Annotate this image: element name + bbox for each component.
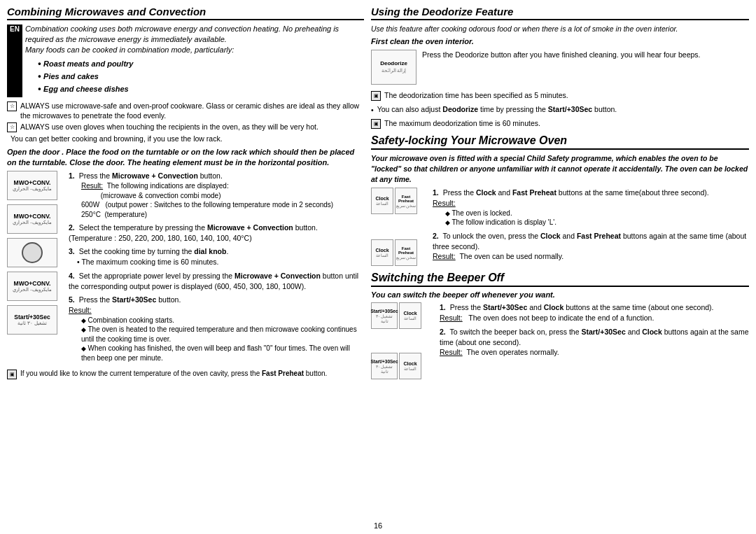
diagram-step4: MWO+CONV. مايكرويف- الحراري xyxy=(7,272,57,301)
note-icon-1: ☆ xyxy=(7,101,17,111)
bullet-list: Roast meats and poultry Pies and cakes E… xyxy=(38,57,364,96)
left-column: Combining Microwaves and Convection EN C… xyxy=(7,6,364,519)
beeper-diagram-1: Start/+30Sec تشغيل ٣٠ ثانية Clock الساعة xyxy=(371,302,434,329)
step-num-3: 3. xyxy=(69,247,75,255)
safety-step2-result-text: The oven can be used normally. xyxy=(459,252,564,260)
safety-diamond-2: The follow indication is display 'L'. xyxy=(445,218,749,227)
safety-section: Safety-locking Your Microwave Oven Your … xyxy=(371,134,749,266)
beeper-intro: You can switch the beeper off whenever y… xyxy=(371,290,749,299)
deodorize-note-3: ▣ The maximum deodorization time is 60 m… xyxy=(371,118,749,129)
deodorize-title: Using the Deodorize Feature xyxy=(371,6,749,20)
beeper-start-btn-2: Start/+30Sec تشغيل ٣٠ ثانية xyxy=(371,353,398,379)
en-badge: EN xyxy=(7,24,22,97)
safety-diamond-1: The oven is locked. xyxy=(445,209,749,218)
step-num-4: 4. xyxy=(69,272,75,280)
dial-circle xyxy=(22,242,43,263)
safety-steps-text: 1. Press the Clock and Fast Preheat butt… xyxy=(433,188,749,266)
deodorize-section: Using the Deodorize Feature Use this fea… xyxy=(371,6,749,129)
fast-preheat-btn-2: Fast Preheat سخن سريع xyxy=(395,239,417,266)
deodorize-btn-label: Deodorize xyxy=(380,60,407,66)
start-arabic-2: تشغيل ٣٠ ثانية xyxy=(372,364,397,374)
intro-text: Combination cooking uses both microwave … xyxy=(25,24,364,45)
beeper-step2-result: The oven operates normally. xyxy=(466,348,559,356)
step-num-1: 1. xyxy=(69,171,75,180)
deodorize-note-2: • You can also adjust Deodorize time by … xyxy=(371,104,749,115)
note-cookware: ☆ ALWAYS use microwave-safe and oven-pro… xyxy=(7,101,364,120)
diagram-top-1: MWO+CONV. xyxy=(14,179,51,186)
page-number: 16 xyxy=(7,521,749,530)
clock-btn-1: Clock الساعة xyxy=(371,188,393,214)
start-label-2: Start/+30Sec xyxy=(370,359,398,364)
beeper-diagram-2: Start/+30Sec تشغيل ٣٠ ثانية Clock الساعة xyxy=(371,353,434,379)
note-rack-text: You can get better cooking and browning,… xyxy=(10,134,223,143)
bottom-note: ▣ If you would like to know the current … xyxy=(7,369,364,379)
clock-label-2: Clock xyxy=(375,248,388,253)
foods-intro: Many foods can be cooked in combination … xyxy=(25,45,364,55)
deodorize-note-1: ▣ The deodorization time has been specif… xyxy=(371,90,749,101)
safety-steps: Clock الساعة Fast Preheat سخن سريع Cl xyxy=(371,188,749,266)
bottom-note-text: If you would like to know the current te… xyxy=(20,369,327,379)
beeper-clock-btn-2: Clock الساعة xyxy=(399,353,421,379)
deodorize-btn-arabic: إزالة الرائحة xyxy=(382,68,407,73)
beeper-step-num-1: 1. xyxy=(440,303,446,311)
deodorize-note-text-3: The maximum deodorization time is 60 min… xyxy=(384,118,540,129)
diagram-bot-1: مايكرويف- الحراري xyxy=(13,186,51,192)
beeper-clock-label-2: Clock xyxy=(403,361,416,366)
fast-preheat-label-1: Fast Preheat xyxy=(396,195,416,203)
deodorize-first-clean: First clean the oven interior. xyxy=(371,37,749,45)
list-item: Pies and cakes xyxy=(38,70,364,83)
start-arabic-1: تشغيل ٣٠ ثانية xyxy=(372,314,397,323)
step-num-5: 5. xyxy=(69,295,75,304)
beeper-intro-text: You can switch the beeper off whenever y… xyxy=(371,290,555,299)
fast-preheat-arabic-1: سخن سريع xyxy=(396,203,416,208)
beeper-steps-layout: Start/+30Sec تشغيل ٣٠ ثانية Clock الساعة xyxy=(371,302,749,379)
right-column: Using the Deodorize Feature Use this fea… xyxy=(371,6,749,519)
safety-step-1: 1. Press the Clock and Fast Preheat butt… xyxy=(433,188,749,227)
beeper-clock-arabic-2: الساعة xyxy=(404,366,416,371)
result-label-1: Result: xyxy=(81,182,103,190)
safety-title: Safety-locking Your Microwave Oven xyxy=(371,134,749,150)
safety-step1-result: The oven is locked. The follow indicatio… xyxy=(445,209,749,227)
beeper-step-1: 1. Press the Start/+30Sec and Clock butt… xyxy=(440,302,749,323)
clock-arabic-2: الساعة xyxy=(376,253,388,258)
left-section-title: Combining Microwaves and Convection xyxy=(7,6,364,20)
step-5: 5. Press the Start/+30Sec button. Result… xyxy=(69,295,364,363)
open-door-text: Open the door . Place the food on the tu… xyxy=(7,147,364,169)
deodorize-note-icon-1: ▣ xyxy=(371,91,381,101)
diagram-bot-4: مايكرويف- الحراري xyxy=(13,287,51,293)
clock-btn-2: Clock الساعة xyxy=(371,239,393,266)
diagram-top-4: MWO+CONV. xyxy=(14,280,51,287)
note-gloves: ☆ ALWAYS use oven gloves when touching t… xyxy=(7,122,364,132)
steps-content: 1. Press the Microwave + Convection butt… xyxy=(69,171,364,366)
beeper-title: Switching the Beeper Off xyxy=(371,272,749,287)
list-item: Egg and cheese dishes xyxy=(38,83,364,95)
safety-step-num-1: 1. xyxy=(433,188,439,197)
safety-step-num-2: 2. xyxy=(433,232,439,240)
safety-diagrams: Clock الساعة Fast Preheat سخن سريع Cl xyxy=(371,188,427,266)
diagram-step1: MWO+CONV. مايكرويف- الحراري xyxy=(7,171,57,200)
safety-step-2: 2. To unlock the oven, press the Clock a… xyxy=(433,231,749,262)
beeper-clock-label-1: Clock xyxy=(403,311,416,316)
deodorize-note-icon-3: ▣ xyxy=(371,119,381,129)
beeper-start-btn-1: Start/+30Sec تشغيل ٣٠ ثانية xyxy=(371,302,398,329)
step-3: 3. Set the cooking time by turning the d… xyxy=(69,246,364,267)
fast-preheat-label-2: Fast Preheat xyxy=(396,246,416,255)
deodorize-note-text-1: The deodorization time has been specifie… xyxy=(384,90,568,101)
note-gloves-text: ALWAYS use oven gloves when touching the… xyxy=(20,122,318,132)
steps-section: MWO+CONV. مايكرويف- الحراري MWO+CONV. ما… xyxy=(7,171,364,366)
list-item: Roast meats and poultry xyxy=(38,57,364,70)
diagram-step2: MWO+CONV. مايكرويف- الحراري xyxy=(7,204,57,234)
result-label-5: Result: xyxy=(69,306,92,314)
beeper-steps-text: 1. Press the Start/+30Sec and Clock butt… xyxy=(440,302,749,379)
diagram-bot-2: مايكرويف- الحراري xyxy=(13,220,51,225)
deodorize-bullet-2: • xyxy=(371,105,374,115)
fast-preheat-btn-1: Fast Preheat سخن سريع xyxy=(395,188,417,214)
diagram-top-2: MWO+CONV. xyxy=(14,213,51,220)
start-label-1: Start/+30Sec xyxy=(370,309,398,314)
note-icon-2: ☆ xyxy=(7,122,17,132)
safety-result-label-1: Result: xyxy=(433,199,456,207)
beeper-step-2: 2. To switch the beeper back on, press t… xyxy=(440,327,749,358)
bottom-note-icon: ▣ xyxy=(7,370,17,379)
safety-diagram-2: Clock الساعة Fast Preheat سخن سريع xyxy=(371,239,427,266)
beeper-step1-result: The oven does not beep to indicate the e… xyxy=(467,314,654,322)
